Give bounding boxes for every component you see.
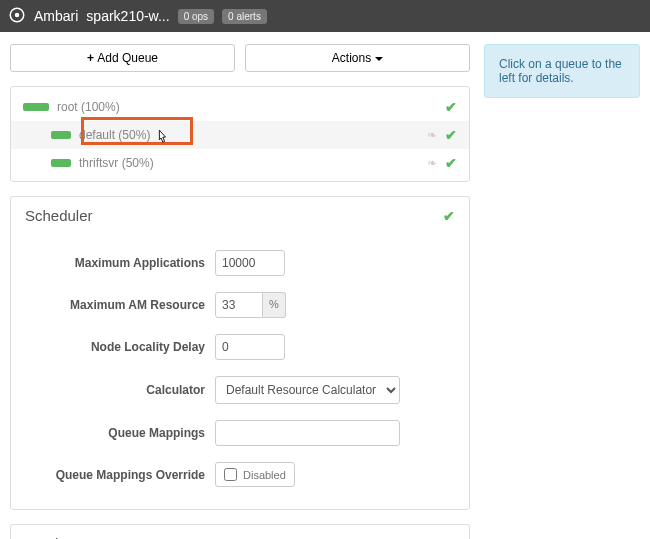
queue-row-thriftsvr[interactable]: thriftsvr (50%) ❧ ✔ <box>11 149 469 177</box>
versions-panel: Versions v2 Current TOPOLOGY_RESOLVED lo… <box>10 524 470 539</box>
brand-label: Ambari <box>34 8 78 24</box>
scheduler-panel: Scheduler ✔ Maximum Applications Maximum… <box>10 196 470 510</box>
ambari-logo-icon <box>8 6 26 27</box>
override-checkbox-label: Disabled <box>243 469 286 481</box>
scheduler-title: Scheduler <box>25 207 93 224</box>
max-am-input[interactable] <box>215 292 263 318</box>
versions-header: Versions <box>11 525 469 539</box>
override-checkbox-input[interactable] <box>224 468 237 481</box>
override-checkbox[interactable]: Disabled <box>215 462 295 487</box>
add-queue-button[interactable]: + Add Queue <box>10 44 235 72</box>
svg-point-1 <box>15 12 20 17</box>
cluster-breadcrumb[interactable]: spark210-w... <box>86 8 169 24</box>
caret-down-icon <box>375 57 383 61</box>
scheduler-header: Scheduler ✔ <box>11 197 469 234</box>
max-am-label: Maximum AM Resource <box>25 298 205 312</box>
check-icon: ✔ <box>445 99 457 115</box>
leaf-icon: ❧ <box>427 128 437 142</box>
versions-title: Versions <box>25 535 83 539</box>
toolbar: + Add Queue Actions <box>10 44 470 72</box>
queue-label: thriftsvr (50%) <box>79 156 154 170</box>
queue-mappings-override-label: Queue Mappings Override <box>25 468 205 482</box>
check-icon: ✔ <box>443 208 455 224</box>
actions-button[interactable]: Actions <box>245 44 470 72</box>
topbar: Ambari spark210-w... 0 ops 0 alerts <box>0 0 650 32</box>
queue-tree-panel: root (100%) ✔ default (50%) ❧ ✔ thriftsv… <box>10 86 470 182</box>
queue-mappings-label: Queue Mappings <box>25 426 205 440</box>
max-apps-label: Maximum Applications <box>25 256 205 270</box>
check-icon: ✔ <box>445 155 457 171</box>
capacity-bar-icon <box>51 131 71 139</box>
calculator-label: Calculator <box>25 383 205 397</box>
leaf-icon: ❧ <box>427 156 437 170</box>
queue-row-root[interactable]: root (100%) ✔ <box>11 93 469 121</box>
info-message: Click on a queue to the left for details… <box>484 44 640 98</box>
check-icon: ✔ <box>445 127 457 143</box>
node-locality-label: Node Locality Delay <box>25 340 205 354</box>
capacity-bar-icon <box>51 159 71 167</box>
queue-row-default[interactable]: default (50%) ❧ ✔ <box>11 121 469 149</box>
queue-label: default (50%) <box>79 128 150 142</box>
calculator-select[interactable]: Default Resource Calculator <box>215 376 400 404</box>
ops-badge[interactable]: 0 ops <box>178 9 214 24</box>
node-locality-input[interactable] <box>215 334 285 360</box>
max-apps-input[interactable] <box>215 250 285 276</box>
capacity-bar-icon <box>23 103 49 111</box>
plus-icon: + <box>87 51 97 65</box>
queue-mappings-input[interactable] <box>215 420 400 446</box>
queue-label: root (100%) <box>57 100 120 114</box>
alerts-badge[interactable]: 0 alerts <box>222 9 267 24</box>
percent-addon: % <box>263 292 286 318</box>
pointer-cursor-icon <box>155 129 169 147</box>
